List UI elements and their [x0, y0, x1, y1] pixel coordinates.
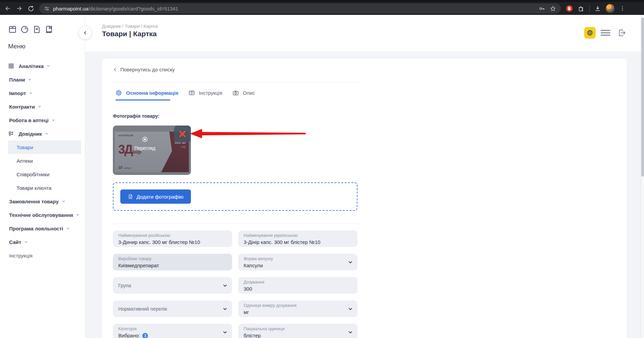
chevron-down-icon	[62, 200, 65, 203]
chevron-down-icon	[24, 240, 28, 244]
site-info-icon[interactable]	[44, 6, 50, 12]
avatar[interactable]	[606, 4, 615, 13]
menu-button[interactable]	[600, 27, 611, 39]
sidebar-item-instruction[interactable]: Інструкція	[0, 249, 81, 262]
forward-icon[interactable]	[14, 3, 25, 14]
sidebar-item-dictionary[interactable]: Довідник	[0, 127, 81, 140]
sidebar-item-loyalty[interactable]: Програма лояльності	[0, 222, 81, 235]
list-icon	[8, 131, 14, 137]
reload-icon[interactable]	[25, 3, 36, 14]
chevron-down-icon	[223, 307, 227, 311]
book-open-icon	[189, 90, 195, 96]
language-button[interactable]	[584, 27, 596, 39]
chevron-down-icon	[28, 78, 31, 81]
chevron-down-icon	[76, 213, 79, 217]
product-photo[interactable]: ARTERIUM 3Дінір 300 мг [mg] 10 капсул Пе…	[113, 126, 191, 175]
chevron-down-icon	[223, 330, 227, 335]
extensions-icon[interactable]	[578, 5, 585, 12]
download-icon[interactable]	[594, 5, 601, 12]
chevron-down-icon	[29, 91, 32, 95]
field-name-ru[interactable]: Найменування російською 3-Динир капс. 30…	[113, 230, 232, 247]
preview-label: Перегляд	[134, 145, 155, 151]
sidebar-item-goods[interactable]: Товари	[8, 140, 81, 154]
sidebar-item-maintenance[interactable]: Технічне обслуговування	[0, 208, 81, 222]
archive-icon[interactable]	[8, 25, 17, 35]
selected-count-badge: 1	[142, 333, 148, 338]
goods-form: Найменування російською 3-Динир капс. 30…	[113, 230, 357, 338]
key-icon[interactable]	[539, 5, 545, 12]
field-dosage-unit[interactable]: Одиниця виміру дозування мг	[238, 300, 357, 317]
field-packaging-unit[interactable]: Пакувальна одиниця блістер	[238, 324, 357, 338]
scrollbar-thumb[interactable]	[641, 18, 644, 177]
chevron-left-icon	[113, 67, 117, 72]
chevron-down-icon	[223, 283, 227, 288]
chevron-down-icon	[348, 330, 353, 335]
field-manufacturer: Виробник товару Київмедпрепарат	[113, 254, 232, 270]
field-dosage[interactable]: Дозування 300	[238, 277, 357, 294]
sidebar-item-client-goods[interactable]: Товари клієнта	[0, 181, 81, 195]
document-icon[interactable]	[32, 25, 41, 35]
field-name-ua[interactable]: Найменування українською 3-Дінір капс. 3…	[238, 230, 357, 247]
divider	[113, 223, 359, 224]
chevron-down-icon	[38, 105, 41, 108]
field-release-form[interactable]: Форма випуску Капсули	[238, 254, 357, 270]
pie-chart-icon[interactable]	[20, 25, 29, 35]
logout-icon	[617, 28, 626, 37]
sidebar-item-analytics[interactable]: Аналітика	[0, 59, 81, 73]
chevron-down-icon	[348, 260, 353, 265]
page-scrollbar[interactable]	[641, 15, 644, 338]
kebab-menu-icon[interactable]	[619, 5, 625, 12]
photo-section-label: Фотографія товару:	[113, 113, 159, 119]
url-host: pharmapoint.ua	[53, 6, 88, 12]
sidebar-item-pharmacy-work[interactable]: Робота в аптеці	[0, 113, 81, 127]
chevron-down-icon	[47, 64, 50, 68]
camera-icon	[232, 90, 239, 96]
goods-card: Повернутись до списку Основна інформація…	[102, 59, 627, 338]
gear-icon	[116, 90, 122, 96]
adblock-icon[interactable]	[566, 5, 573, 12]
back-to-list-link[interactable]: Повернутись до списку	[113, 67, 175, 72]
sidebar-item-employees[interactable]: Співробітники	[0, 167, 81, 181]
globe-icon	[587, 29, 593, 36]
sidebar-item-contracts[interactable]: Контракти	[0, 100, 81, 113]
add-photo-button[interactable]: Додати фотографію	[120, 189, 191, 204]
logout-button[interactable]	[616, 27, 627, 39]
chevron-down-icon	[66, 227, 70, 230]
sidebar-item-plans[interactable]: Плани	[0, 73, 81, 86]
tab-description[interactable]: Опис	[232, 88, 255, 98]
sidebar-collapse-button[interactable]	[79, 26, 92, 39]
sidebar-item-pharmacies[interactable]: Аптеки	[0, 154, 81, 167]
url-path: /dictionary/goods/card?goods_id=51341	[88, 6, 178, 12]
photo-upload-zone[interactable]: Додати фотографію	[113, 182, 357, 211]
tab-main-info[interactable]: Основна інформація	[116, 88, 178, 98]
field-group[interactable]: Група	[113, 277, 232, 294]
close-icon	[178, 130, 187, 138]
book-icon[interactable]	[45, 25, 53, 35]
annotation-arrow	[189, 129, 306, 139]
chevron-down-icon	[52, 118, 55, 122]
tab-instruction[interactable]: Інструкція	[189, 88, 222, 98]
toolbar-divider	[589, 5, 590, 12]
eye-icon	[142, 136, 148, 142]
remove-photo-button[interactable]	[174, 126, 191, 142]
active-tab-underline	[116, 99, 170, 100]
url-bar[interactable]: pharmapoint.ua/dictionary/goods/card?goo…	[39, 3, 561, 14]
file-icon	[128, 194, 133, 199]
field-normative-list[interactable]: Нормативний перелік	[113, 300, 232, 317]
browser-chrome: pharmapoint.ua/dictionary/goods/card?goo…	[0, 0, 644, 15]
divider	[113, 82, 359, 83]
chevron-up-icon	[45, 132, 48, 135]
star-icon[interactable]	[550, 5, 556, 12]
field-category[interactable]: Категорія Вибрано:1	[113, 324, 232, 338]
breadcrumb: Довідник / Товари / Картка	[102, 24, 158, 29]
sidebar-item-site[interactable]: Сайт	[0, 235, 81, 249]
menu-title: Меню	[8, 43, 25, 50]
sidebar-item-goods-order[interactable]: Замовлення товару	[0, 195, 81, 208]
tab-bar: Основна інформація Інструкція Опис	[116, 88, 255, 98]
menu-icon	[600, 29, 611, 37]
back-icon[interactable]	[2, 3, 14, 14]
page-title: Товари | Картка	[102, 30, 157, 38]
sidebar-item-import[interactable]: Імпорт	[0, 86, 81, 100]
page-header: Довідник / Товари / Картка Товари | Карт…	[85, 15, 644, 51]
sidebar: Меню Аналітика Плани Імпорт Контракти Ро…	[0, 15, 85, 338]
